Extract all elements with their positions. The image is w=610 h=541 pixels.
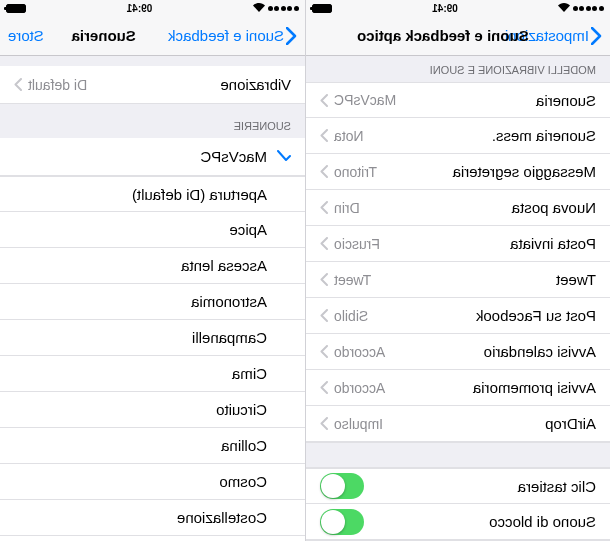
- chevron-right-icon: [320, 345, 328, 358]
- cellular-signal-icon: [268, 6, 299, 11]
- row-label: Avvisi calendario: [385, 343, 596, 360]
- sound-setting-row[interactable]: Avvisi promemoriaAccordo: [306, 370, 610, 406]
- battery-icon: [6, 4, 26, 13]
- sound-setting-row[interactable]: AirDropImpulso: [306, 406, 610, 442]
- toggle-switch[interactable]: [320, 473, 364, 499]
- sounds-settings-pane: 09:41 Impostazioni Suoni e feedback apti…: [305, 0, 610, 541]
- chevron-right-icon: [14, 78, 22, 91]
- row-label: MacVsPC: [14, 148, 267, 165]
- chevron-right-icon: [320, 201, 328, 214]
- page-title: Suoni e feedback aptico: [357, 27, 529, 44]
- chevron-right-icon: [320, 165, 328, 178]
- chevron-right-icon: [320, 129, 328, 142]
- back-button[interactable]: Suoni e feedback aptico: [164, 27, 297, 45]
- row-value: Impulso: [334, 416, 383, 432]
- toggle-switch[interactable]: [320, 509, 364, 535]
- row-label: Ascesa lenta: [14, 257, 267, 274]
- chevron-right-icon: [320, 94, 328, 107]
- row-label: AirDrop: [383, 415, 596, 432]
- battery-icon: [312, 4, 332, 13]
- ringtone-row[interactable]: Costellazione: [0, 500, 305, 536]
- ringtone-row-selected[interactable]: MacVsPC: [0, 138, 305, 176]
- page-title: Suoneria: [72, 27, 136, 44]
- row-label: Collina: [14, 437, 267, 454]
- row-label: Clic tastiera: [364, 478, 596, 495]
- ringtone-picker-pane: 09:41 Suoni e feedback aptico Suoneria S…: [0, 0, 305, 541]
- ringtone-row[interactable]: Cima: [0, 356, 305, 392]
- row-value: Sibilo: [334, 308, 368, 324]
- store-button[interactable]: Store: [8, 27, 44, 44]
- ringtone-row[interactable]: Cristalli: [0, 536, 305, 541]
- row-label: Post su Facebook: [368, 307, 596, 324]
- sound-setting-row[interactable]: SuoneriaMacVsPC: [306, 82, 610, 118]
- sound-setting-row[interactable]: TweetTweet: [306, 262, 610, 298]
- section-spacer: [306, 442, 610, 468]
- sound-setting-row[interactable]: Post su FacebookSibilo: [306, 298, 610, 334]
- chevron-left-icon: [286, 27, 297, 45]
- status-time: 09:41: [432, 3, 458, 14]
- chevron-right-icon: [320, 309, 328, 322]
- row-value: Drin: [334, 200, 360, 216]
- chevron-left-icon: [591, 27, 602, 45]
- ringtone-row[interactable]: Apice: [0, 212, 305, 248]
- sound-setting-row[interactable]: Suoneria mess.Nota: [306, 118, 610, 154]
- chevron-right-icon: [320, 381, 328, 394]
- row-value: Nota: [334, 128, 364, 144]
- ringtone-row[interactable]: Collina: [0, 428, 305, 464]
- row-value: Di default: [28, 77, 87, 93]
- section-header-patterns: MODELLI VIBRAZIONE E SUONI: [306, 56, 610, 82]
- sound-setting-row[interactable]: Avvisi calendarioAccordo: [306, 334, 610, 370]
- wifi-icon: [558, 2, 570, 14]
- vibration-row[interactable]: Vibrazione Di default: [0, 66, 305, 104]
- row-label: Circuito: [14, 401, 267, 418]
- row-label: Apertura (Di default): [14, 186, 267, 203]
- row-value: MacVsPC: [334, 92, 396, 108]
- row-label: Vibrazione: [87, 76, 291, 93]
- row-label: Campanelli: [14, 329, 267, 346]
- ringtone-row[interactable]: Apertura (Di default): [0, 176, 305, 212]
- nav-bar: Suoni e feedback aptico Suoneria Store: [0, 16, 305, 56]
- sound-setting-row[interactable]: Nuova postaDrin: [306, 190, 610, 226]
- row-label: Nuova posta: [360, 199, 596, 216]
- ringtone-row[interactable]: Campanelli: [0, 320, 305, 356]
- row-value: Accordo: [334, 344, 385, 360]
- row-label: Cosmo: [14, 473, 267, 490]
- status-bar: 09:41: [0, 0, 305, 16]
- chevron-right-icon: [320, 237, 328, 250]
- ringtone-row[interactable]: Circuito: [0, 392, 305, 428]
- row-label: Tweet: [371, 271, 596, 288]
- section-header-ringtones: SUONERIE: [0, 104, 305, 138]
- row-label: Avvisi promemoria: [385, 379, 596, 396]
- row-label: Suono di blocco: [364, 513, 596, 530]
- ringtone-row[interactable]: Ascesa lenta: [0, 248, 305, 284]
- row-label: Costellazione: [14, 509, 267, 526]
- toggle-row[interactable]: Clic tastiera: [306, 468, 610, 504]
- chevron-right-icon: [320, 273, 328, 286]
- status-time: 09:41: [127, 3, 153, 14]
- cellular-signal-icon: [573, 6, 604, 11]
- sound-setting-row[interactable]: Posta inviataFruscio: [306, 226, 610, 262]
- checkmark-icon: [277, 148, 291, 165]
- status-bar: 09:41: [306, 0, 610, 16]
- toggle-row[interactable]: Suono di blocco: [306, 504, 610, 540]
- settings-list[interactable]: MODELLI VIBRAZIONE E SUONI SuoneriaMacVs…: [306, 56, 610, 541]
- ringtone-row[interactable]: Astronomia: [0, 284, 305, 320]
- row-label: Posta inviata: [380, 235, 596, 252]
- row-value: Accordo: [334, 380, 385, 396]
- row-label: Suoneria mess.: [364, 127, 596, 144]
- chevron-right-icon: [320, 417, 328, 430]
- wifi-icon: [253, 2, 265, 14]
- row-label: Suoneria: [396, 92, 596, 109]
- back-label: Suoni e feedback aptico: [164, 27, 284, 44]
- row-label: Messaggio segreteria: [377, 163, 596, 180]
- row-label: Cima: [14, 365, 267, 382]
- ringtone-list[interactable]: Vibrazione Di default SUONERIE MacVsPC A…: [0, 56, 305, 541]
- row-label: Astronomia: [14, 293, 267, 310]
- row-value: Tweet: [334, 272, 371, 288]
- row-value: Fruscio: [334, 236, 380, 252]
- row-label: Apice: [14, 221, 267, 238]
- ringtone-row[interactable]: Cosmo: [0, 464, 305, 500]
- nav-bar: Impostazioni Suoni e feedback aptico: [306, 16, 610, 56]
- sound-setting-row[interactable]: Messaggio segreteriaTritono: [306, 154, 610, 190]
- row-value: Tritono: [334, 164, 377, 180]
